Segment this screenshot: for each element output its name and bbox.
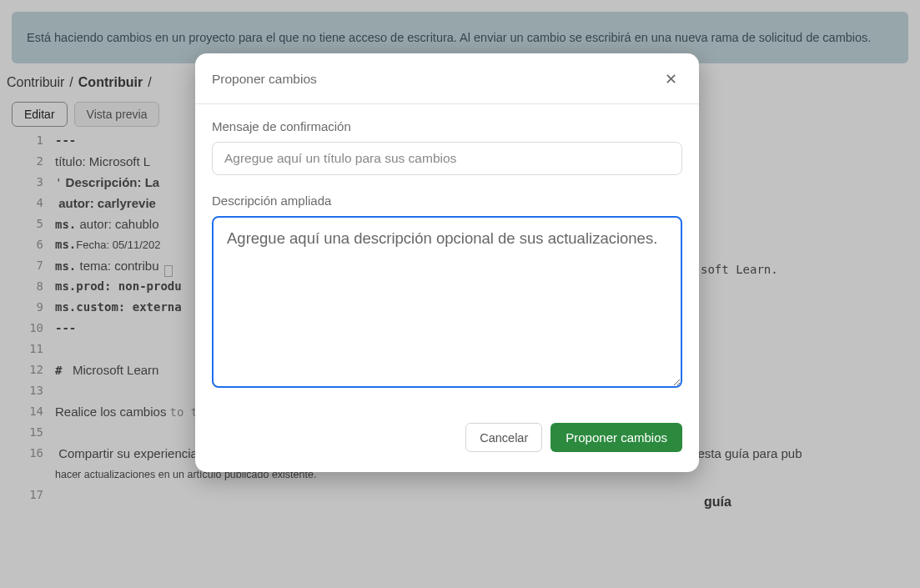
- commit-message-label: Mensaje de confirmación: [212, 119, 682, 133]
- dialog-title: Proponer cambios: [212, 72, 317, 87]
- cancel-button[interactable]: Cancelar: [465, 423, 542, 452]
- extended-description-textarea[interactable]: [212, 216, 682, 388]
- dialog-header: Proponer cambios ✕: [195, 53, 699, 104]
- propose-changes-dialog: Proponer cambios ✕ Mensaje de confirmaci…: [195, 53, 699, 472]
- extended-description-label: Descripción ampliada: [212, 193, 682, 208]
- commit-message-input[interactable]: [212, 142, 682, 175]
- close-icon[interactable]: ✕: [660, 68, 682, 90]
- propose-changes-button[interactable]: Proponer cambios: [550, 423, 682, 452]
- dialog-footer: Cancelar Proponer cambios: [195, 400, 699, 472]
- dialog-body: Mensaje de confirmación Descripción ampl…: [195, 104, 699, 400]
